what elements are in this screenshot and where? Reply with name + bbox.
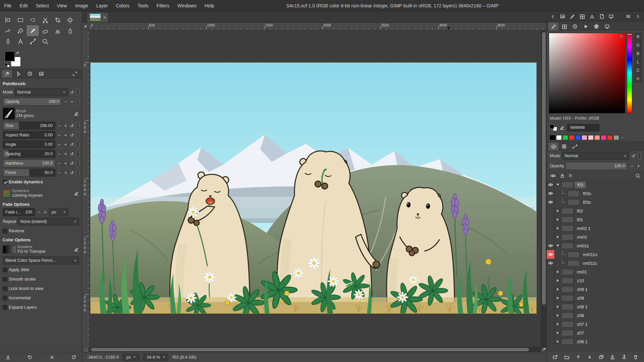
menu-tools[interactable]: Tools <box>133 0 153 11</box>
layer-name[interactable]: z08 1 <box>575 304 590 310</box>
layer-name[interactable]: z10 <box>575 278 586 284</box>
layer-expander[interactable] <box>556 245 559 247</box>
hardness-decrease-button[interactable]: − <box>57 159 62 167</box>
smooth-stroke-check-icon[interactable] <box>3 277 7 282</box>
angle-reset-icon[interactable]: ↺ <box>69 142 74 147</box>
vertical-scrollbar-thumb[interactable] <box>542 32 546 305</box>
anchor-button[interactable] <box>622 354 627 360</box>
layer-row[interactable]: f03 <box>547 180 644 189</box>
saturation-value-square[interactable] <box>549 33 625 113</box>
aspect-ratio-slider[interactable]: Aspect Ratio0.00 <box>3 131 55 139</box>
layer-visibility-toggle[interactable] <box>547 328 555 337</box>
eraser-tool[interactable] <box>39 25 51 36</box>
edit-color-icon[interactable] <box>559 125 565 130</box>
quickmask-toggle[interactable] <box>82 347 90 352</box>
lock-brush-check-icon[interactable] <box>3 286 7 291</box>
dock-tab-images-icon[interactable] <box>558 13 567 20</box>
layer-name[interactable]: rm011c <box>581 260 599 266</box>
vertical-scrollbar[interactable] <box>541 30 546 347</box>
new-group-button[interactable] <box>564 354 569 360</box>
merge-down-button[interactable] <box>610 354 615 360</box>
layer-row[interactable]: z06 1 <box>547 337 644 346</box>
horizontal-scrollbar[interactable] <box>90 347 541 352</box>
hardness-reset-icon[interactable]: ↺ <box>69 161 74 166</box>
search-layers-icon[interactable] <box>635 173 640 178</box>
layer-name[interactable]: f03s <box>581 191 593 196</box>
tab-colors[interactable] <box>548 22 558 31</box>
enable-dynamics-check-icon[interactable] <box>3 180 7 184</box>
layer-visibility-toggle[interactable] <box>547 320 555 328</box>
layer-expander[interactable] <box>557 227 559 230</box>
fade-unit-dropdown[interactable]: px▼ <box>49 208 68 216</box>
palette-swatch[interactable] <box>582 135 587 140</box>
layer-mode-dropdown[interactable]: Normal▼ <box>562 152 629 160</box>
force-decrease-button[interactable]: − <box>57 169 62 177</box>
layer-name[interactable]: rm02 1 <box>575 226 592 231</box>
palette-swatch[interactable] <box>588 135 594 140</box>
tab-device-status[interactable] <box>13 70 23 78</box>
fade-increase-button[interactable]: + <box>43 208 48 216</box>
hardness-slider[interactable]: Hardness100.0 <box>3 159 55 167</box>
brush-thumbnail[interactable] <box>3 108 15 120</box>
menu-edit[interactable]: Edit <box>16 0 32 11</box>
layer-row[interactable]: z08 1 <box>547 302 644 311</box>
fade-decrease-button[interactable]: − <box>36 208 41 216</box>
dock-menu-icon[interactable] <box>624 13 633 20</box>
hex-color-field[interactable]: 000000 <box>567 124 599 131</box>
layer-visibility-toggle[interactable] <box>547 206 555 215</box>
layer-name[interactable]: rm01 <box>575 269 589 275</box>
fg-bg-color-area[interactable]: ⇄ <box>5 51 24 67</box>
dock-tab-brushes-icon[interactable] <box>568 13 577 20</box>
delete-layer-button[interactable] <box>633 354 638 360</box>
force-increase-button[interactable]: + <box>63 169 68 177</box>
layer-visibility-toggle[interactable] <box>547 241 555 250</box>
layer-visibility-toggle[interactable] <box>547 215 555 224</box>
menu-file[interactable]: File <box>0 0 16 11</box>
dock-configure-icon[interactable] <box>70 70 80 78</box>
layer-row[interactable]: rm011 <box>547 241 644 250</box>
paintbrush-tool[interactable] <box>27 25 39 36</box>
opacity-slider[interactable]: Opacity100.0 <box>3 98 62 106</box>
layer-name[interactable]: rm02 <box>575 234 589 240</box>
crop-tool[interactable] <box>52 15 63 25</box>
rectangle-select-tool[interactable] <box>14 15 26 25</box>
layer-expander[interactable] <box>557 314 559 317</box>
layer-row[interactable]: f03s <box>547 189 644 198</box>
fade-length-slider[interactable]: Fade l...100 <box>3 208 35 216</box>
channel-g-button[interactable]: G <box>634 41 642 49</box>
reverse-check-icon[interactable] <box>3 229 7 233</box>
mode-reset-icon[interactable]: ↺ <box>69 90 74 95</box>
palette-swatch[interactable] <box>569 135 575 140</box>
edit-brush-icon[interactable] <box>74 111 79 116</box>
hardness-link-toggle[interactable] <box>76 160 79 167</box>
unified-transform-tool[interactable] <box>64 15 76 25</box>
tab-images[interactable] <box>36 70 46 78</box>
layer-name[interactable]: z09 1 <box>575 287 590 292</box>
canvas[interactable] <box>90 62 537 314</box>
layer-effects-label[interactable]: fx <box>569 173 572 178</box>
menu-layer[interactable]: Layer <box>92 0 112 11</box>
canvas-viewport[interactable] <box>90 30 541 347</box>
navigation-button[interactable] <box>541 347 546 352</box>
dock-expand-icon[interactable] <box>634 13 642 20</box>
layer-opacity-decrease-button[interactable]: − <box>629 162 634 170</box>
palette-more-icon[interactable]: ⋯ <box>621 135 625 140</box>
menu-image[interactable]: Image <box>71 0 92 11</box>
layer-row[interactable]: z09 <box>547 294 644 302</box>
edit-dynamics-icon[interactable] <box>74 191 79 196</box>
raise-layer-button[interactable] <box>576 354 581 360</box>
repeat-dropdown[interactable]: None (extend)▼ <box>17 218 79 226</box>
layer-visibility-toggle[interactable] <box>547 285 555 294</box>
layer-visibility-toggle[interactable] <box>547 302 555 311</box>
clone-tool[interactable] <box>52 25 63 36</box>
menu-filters[interactable]: Filters <box>153 0 173 11</box>
zoom-dropdown[interactable]: 34.6 %▼ <box>143 354 168 361</box>
size-decrease-button[interactable]: − <box>57 122 62 130</box>
size-slider[interactable]: Size298.00 <box>3 122 55 130</box>
layer-visibility-toggle-locked[interactable] <box>547 250 555 259</box>
palette-swatch[interactable] <box>613 135 619 140</box>
layer-row[interactable]: rm02 <box>547 233 644 241</box>
reset-tool-options-button[interactable] <box>71 355 76 360</box>
layer-row[interactable]: rm011c <box>547 259 644 267</box>
layer-visibility-toggle[interactable] <box>547 224 555 233</box>
